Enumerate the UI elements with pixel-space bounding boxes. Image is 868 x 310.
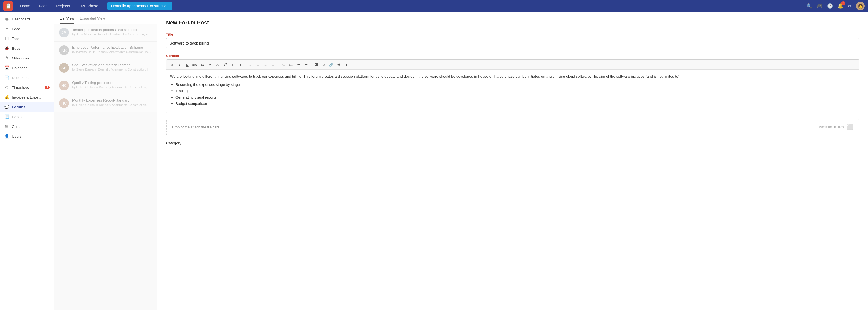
timesheet-icon: ⏱ bbox=[4, 85, 9, 90]
post-title: Employee Performance Evaluation Scheme bbox=[72, 45, 152, 49]
post-meta: by Helen Collins in Donnelly Apartments … bbox=[72, 103, 152, 106]
sidebar-label-timesheet: Timesheet bbox=[12, 85, 29, 90]
post-meta: by John Marsh in Donnelly Apartments Con… bbox=[72, 33, 152, 36]
title-section: Title bbox=[166, 32, 859, 48]
file-drop-zone[interactable]: Drop or the attach the file here Maximum… bbox=[166, 119, 859, 135]
nav-feed[interactable]: Feed bbox=[35, 2, 51, 10]
forum-post-item[interactable]: HC Monthly Expenses Report- January by H… bbox=[54, 94, 157, 112]
sidebar-item-pages[interactable]: 📃 Pages bbox=[0, 112, 54, 122]
users-icon: 👤 bbox=[4, 134, 9, 139]
toolbar-underline-style[interactable]: T bbox=[229, 61, 236, 68]
post-meta: by Kavitha Raj in Donnelly Apartments Co… bbox=[72, 50, 152, 54]
post-content: Monthly Expenses Report- January by Hele… bbox=[72, 98, 152, 108]
file-drop-right: Maximum 10 files ⬜ bbox=[818, 124, 854, 130]
sidebar-label-chat: Chat bbox=[12, 124, 20, 129]
forums-icon: 💬 bbox=[4, 105, 9, 109]
post-avatar: HC bbox=[59, 98, 69, 108]
post-content: Site Excavation and Material sorting by … bbox=[72, 63, 152, 73]
app-logo[interactable]: 📋 bbox=[3, 1, 13, 11]
bell-icon[interactable]: 🔔 3 bbox=[837, 3, 843, 9]
category-section: Category bbox=[166, 141, 859, 145]
sidebar-label-forums: Forums bbox=[12, 105, 26, 109]
sidebar-label-milestones: Milestones bbox=[12, 56, 30, 60]
sidebar-item-milestones[interactable]: ⚑ Milestones bbox=[0, 53, 54, 63]
toolbar-separator bbox=[245, 62, 246, 67]
toolbar-subscript[interactable]: x₂ bbox=[199, 61, 206, 68]
sidebar-item-chat[interactable]: ✉ Chat bbox=[0, 122, 54, 131]
post-title: Quality Testing procedure bbox=[72, 81, 152, 85]
editor-body[interactable]: We are looking into different financing … bbox=[166, 70, 859, 113]
tasks-icon: ☑ bbox=[4, 36, 9, 41]
nav-projects[interactable]: Projects bbox=[52, 2, 74, 10]
nav-home[interactable]: Home bbox=[16, 2, 34, 10]
sidebar: ◉ Dashboard ≡ Feed ☑ Tasks 🐞 Bugs ⚑ Mile… bbox=[0, 12, 54, 310]
sidebar-item-documents[interactable]: 📄 Documents bbox=[0, 73, 54, 83]
forum-post-item[interactable]: HC Quality Testing procedure by Helen Co… bbox=[54, 77, 157, 94]
sidebar-item-forums[interactable]: 💬 Forums bbox=[0, 102, 54, 112]
toolbar-insert-link[interactable]: 🔗 bbox=[328, 61, 335, 68]
sidebar-label-pages: Pages bbox=[12, 115, 22, 119]
timesheet-badge: 5 bbox=[45, 86, 50, 89]
toolbar-text-format[interactable]: T bbox=[237, 61, 244, 68]
toolbar-superscript[interactable]: x² bbox=[207, 61, 214, 68]
forum-post-item[interactable]: JM Tender publication process and select… bbox=[54, 24, 157, 41]
search-icon[interactable]: 🔍 bbox=[806, 3, 812, 9]
main-layout: ◉ Dashboard ≡ Feed ☑ Tasks 🐞 Bugs ⚑ Mile… bbox=[0, 12, 868, 310]
sidebar-item-tasks[interactable]: ☑ Tasks bbox=[0, 34, 54, 44]
toolbar-outdent[interactable]: ⇐ bbox=[295, 61, 302, 68]
sidebar-item-timesheet[interactable]: ⏱ Timesheet 5 bbox=[0, 83, 54, 92]
user-avatar[interactable]: 👩 bbox=[856, 2, 865, 10]
toolbar-insert-emoji[interactable]: ☺ bbox=[320, 61, 327, 68]
toolbar-align-right[interactable]: ≡ bbox=[262, 61, 269, 68]
nav-donnelly[interactable]: Donnelly Apartments Construction bbox=[107, 2, 173, 10]
toolbar-pen[interactable]: 🖊 bbox=[222, 61, 229, 68]
pages-icon: 📃 bbox=[4, 114, 9, 119]
toolbar-text-color[interactable]: A bbox=[214, 61, 221, 68]
post-meta: by Steve Banks in Donnelly Apartments Co… bbox=[72, 68, 152, 71]
sidebar-item-dashboard[interactable]: ◉ Dashboard bbox=[0, 14, 54, 24]
nav-erp-phase[interactable]: ERP Phase III bbox=[75, 2, 106, 10]
toolbar-more[interactable]: ▾ bbox=[343, 61, 350, 68]
toolbar-align-center[interactable]: ≡ bbox=[254, 61, 261, 68]
sidebar-item-users[interactable]: 👤 Users bbox=[0, 131, 54, 141]
bugs-icon: 🐞 bbox=[4, 46, 9, 51]
sidebar-label-calendar: Calendar bbox=[12, 66, 27, 70]
toolbar-insert-image[interactable]: 🖼 bbox=[312, 61, 319, 68]
toolbar-unordered-list[interactable]: •≡ bbox=[280, 61, 287, 68]
content-area: List View Expanded View JM Tender public… bbox=[54, 12, 868, 310]
notification-badge: 3 bbox=[841, 1, 845, 5]
sidebar-item-invoices[interactable]: 💰 Invoices & Expe... bbox=[0, 92, 54, 102]
post-title: Site Excavation and Material sorting bbox=[72, 63, 152, 67]
editor-toolbar: B I U abc x₂ x² A 🖊 T T ≡ ≡ ≡ bbox=[166, 60, 859, 70]
toolbar-align-left[interactable]: ≡ bbox=[247, 61, 254, 68]
toolbar-indent[interactable]: ⇒ bbox=[303, 61, 310, 68]
toolbar-bold[interactable]: B bbox=[168, 61, 176, 68]
scissor-icon[interactable]: ✂ bbox=[848, 3, 852, 9]
sidebar-label-dashboard: Dashboard bbox=[12, 17, 30, 21]
toolbar-special[interactable]: ✤ bbox=[335, 61, 342, 68]
post-content: Employee Performance Evaluation Scheme b… bbox=[72, 45, 152, 55]
category-label: Category bbox=[166, 141, 182, 145]
title-input[interactable] bbox=[166, 38, 859, 48]
tab-expanded-view[interactable]: Expanded View bbox=[80, 16, 105, 24]
toolbar-italic[interactable]: I bbox=[176, 61, 183, 68]
post-content: Quality Testing procedure by Helen Colli… bbox=[72, 81, 152, 90]
sidebar-item-calendar[interactable]: 📅 Calendar bbox=[0, 63, 54, 73]
post-avatar: JM bbox=[59, 28, 69, 37]
tab-list-view[interactable]: List View bbox=[60, 16, 74, 24]
toolbar-strikethrough[interactable]: abc bbox=[191, 61, 198, 68]
post-avatar: SB bbox=[59, 63, 69, 73]
clock-icon[interactable]: 🕐 bbox=[827, 3, 833, 9]
toolbar-align-justify[interactable]: ≡ bbox=[270, 61, 277, 68]
feed-icon: ≡ bbox=[4, 26, 9, 31]
post-avatar: KR bbox=[59, 45, 69, 55]
sidebar-item-feed[interactable]: ≡ Feed bbox=[0, 24, 54, 34]
sidebar-label-invoices: Invoices & Expe... bbox=[12, 95, 41, 100]
forum-list-panel: List View Expanded View JM Tender public… bbox=[54, 12, 157, 310]
sidebar-item-bugs[interactable]: 🐞 Bugs bbox=[0, 44, 54, 53]
forum-post-item[interactable]: SB Site Excavation and Material sorting … bbox=[54, 59, 157, 77]
gamepad-icon[interactable]: 🎮 bbox=[817, 3, 823, 9]
toolbar-ordered-list[interactable]: 1≡ bbox=[287, 61, 294, 68]
forum-post-item[interactable]: KR Employee Performance Evaluation Schem… bbox=[54, 41, 157, 59]
toolbar-underline[interactable]: U bbox=[184, 61, 191, 68]
